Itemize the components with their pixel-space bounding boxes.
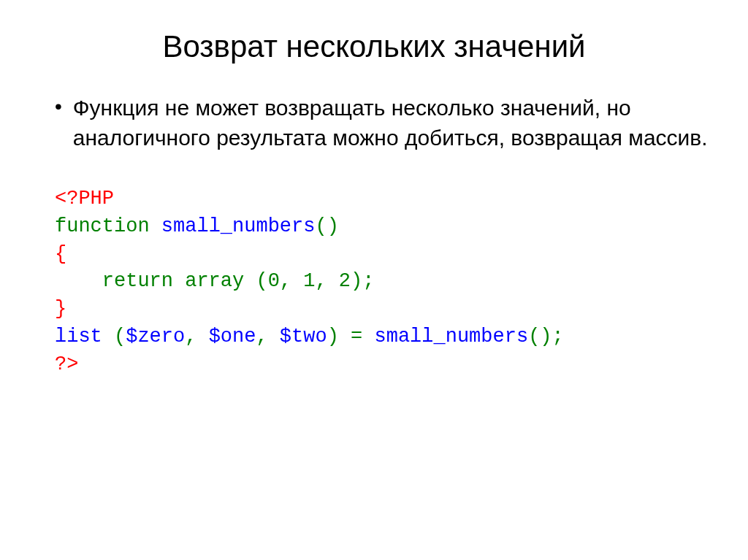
var-zero: $zero — [126, 326, 185, 348]
php-close-tag: ?> — [55, 353, 78, 375]
equals: = — [351, 326, 362, 348]
paren-open-2: ( — [256, 270, 267, 292]
semicolon-1: ; — [362, 270, 374, 292]
code-line-5: } — [55, 296, 708, 323]
brace-open: { — [55, 243, 66, 265]
comma-2: , — [315, 270, 327, 292]
code-line-3: { — [55, 241, 708, 269]
var-one: $one — [209, 326, 256, 348]
bullet-item: • Функция не может возвращать несколько … — [40, 93, 708, 153]
comma-3: , — [185, 326, 196, 348]
semicolon-2: ; — [552, 326, 564, 348]
paren-open-3: ( — [114, 326, 126, 348]
paren-close-3: ) — [327, 326, 339, 348]
keyword-list: list — [55, 326, 102, 348]
code-line-2: function small_numbers() — [55, 213, 708, 241]
comma-4: , — [256, 326, 267, 348]
bullet-text: Функция не может возвращать несколько зн… — [73, 93, 708, 153]
keyword-array: array — [185, 270, 244, 292]
paren-open: ( — [315, 215, 327, 237]
slide-title: Возврат нескольких значений — [40, 29, 708, 64]
brace-close: } — [55, 298, 66, 320]
code-line-6: list ($zero, $one, $two) = small_numbers… — [55, 323, 708, 351]
code-line-7: ?> — [55, 351, 708, 379]
keyword-function: function — [55, 215, 150, 237]
number-2: 2 — [339, 270, 351, 292]
indent — [55, 268, 102, 296]
keyword-return: return — [102, 270, 173, 292]
php-open-tag: <?PHP — [55, 188, 114, 210]
number-1: 1 — [303, 270, 315, 292]
number-0: 0 — [268, 270, 280, 292]
function-name: small_numbers — [161, 215, 316, 237]
function-call: small_numbers — [374, 326, 528, 348]
var-two: $two — [280, 326, 327, 348]
paren-open-4: ( — [528, 326, 540, 348]
paren-close: ) — [327, 215, 339, 237]
code-line-1: <?PHP — [55, 185, 708, 213]
paren-close-2: ) — [351, 270, 362, 292]
code-line-4: return array (0, 1, 2); — [55, 268, 708, 296]
code-block: <?PHP function small_numbers() { return … — [40, 185, 708, 379]
bullet-marker: • — [55, 93, 62, 120]
paren-close-4: ) — [540, 326, 552, 348]
comma-1: , — [280, 270, 291, 292]
